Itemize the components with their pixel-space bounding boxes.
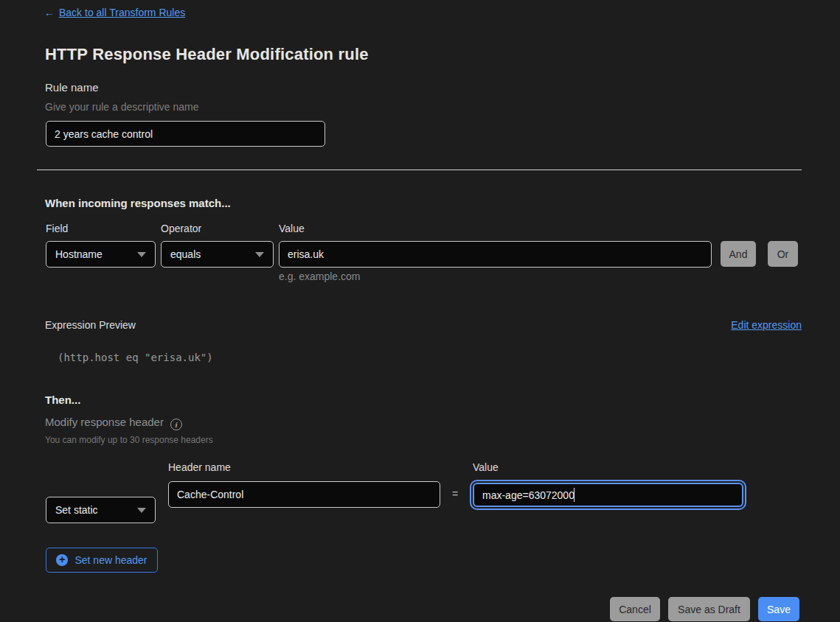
plus-circle-icon: + xyxy=(56,554,68,566)
modify-header-helper: You can modify up to 30 response headers xyxy=(45,435,213,445)
rule-name-helper: Give your rule a descriptive name xyxy=(45,101,199,113)
expression-code: (http.host eq "erisa.uk") xyxy=(58,352,213,363)
page-title: HTTP Response Header Modification rule xyxy=(45,45,369,64)
match-value-input[interactable] xyxy=(279,241,712,268)
cancel-button[interactable]: Cancel xyxy=(610,597,660,621)
field-label: Field xyxy=(46,223,68,234)
rule-name-label: Rule name xyxy=(45,81,99,94)
rule-name-input[interactable] xyxy=(46,121,325,147)
operator-select[interactable]: equals xyxy=(161,241,274,268)
chevron-down-icon xyxy=(137,252,146,257)
transform-rule-editor-page: ←Back to all Transform Rules HTTP Respon… xyxy=(0,0,840,622)
modify-header-label-text: Modify response header xyxy=(45,416,164,428)
field-select-value: Hostname xyxy=(55,248,103,260)
set-new-header-button[interactable]: + Set new header xyxy=(46,548,158,573)
header-operation-select[interactable]: Set static xyxy=(46,497,156,523)
header-name-label: Header name xyxy=(168,461,231,473)
value-label: Value xyxy=(279,223,305,234)
match-value-hint: e.g. example.com xyxy=(279,270,361,282)
expression-preview-label: Expression Preview xyxy=(45,319,136,331)
field-select[interactable]: Hostname xyxy=(46,241,156,268)
match-section-title: When incoming responses match... xyxy=(45,197,231,209)
text-cursor xyxy=(574,488,575,502)
header-operation-value: Set static xyxy=(55,504,98,516)
chevron-down-icon xyxy=(137,508,146,513)
header-value-input[interactable] xyxy=(473,483,743,507)
operator-label: Operator xyxy=(161,223,201,234)
modify-header-label: Modify response headeri xyxy=(45,416,182,430)
then-section-title: Then... xyxy=(45,394,80,406)
header-value-label: Value xyxy=(473,461,499,473)
or-button[interactable]: Or xyxy=(768,241,798,267)
and-button[interactable]: And xyxy=(721,241,756,267)
save-button[interactable]: Save xyxy=(758,597,799,621)
set-new-header-label: Set new header xyxy=(74,554,147,566)
edit-expression-link[interactable]: Edit expression xyxy=(731,319,802,331)
section-divider xyxy=(37,170,802,170)
operator-select-value: equals xyxy=(170,248,201,260)
back-link-label: Back to all Transform Rules xyxy=(59,7,185,18)
back-link[interactable]: ←Back to all Transform Rules xyxy=(44,7,185,18)
chevron-down-icon xyxy=(255,252,264,257)
info-icon[interactable]: i xyxy=(170,419,182,430)
equals-sign: = xyxy=(452,488,458,500)
header-name-input[interactable] xyxy=(168,481,440,508)
save-as-draft-button[interactable]: Save as Draft xyxy=(668,597,750,621)
back-arrow-icon: ← xyxy=(44,7,55,18)
